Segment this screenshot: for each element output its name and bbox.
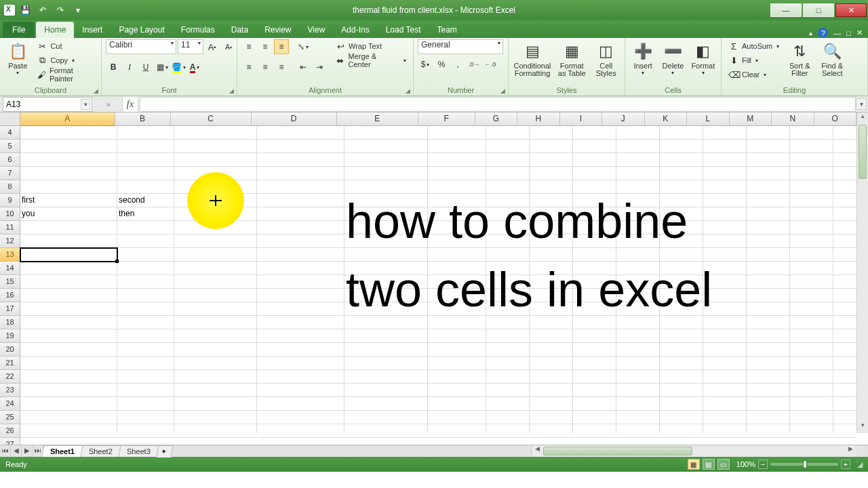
row-header-20[interactable]: 20 bbox=[0, 343, 20, 357]
row-header-9[interactable]: 9 bbox=[0, 194, 20, 207]
underline-button[interactable]: U bbox=[138, 60, 153, 75]
row-header-24[interactable]: 24 bbox=[0, 397, 20, 411]
cells-area[interactable]: firstsecondyouthenhow to combinetwo cell… bbox=[20, 126, 856, 433]
hscroll-thumb[interactable] bbox=[543, 447, 692, 455]
sort-filter-button[interactable]: ⇅Sort & Filter bbox=[785, 39, 814, 77]
zoom-out-button[interactable]: − bbox=[758, 460, 768, 469]
maximize-button[interactable]: □ bbox=[803, 3, 834, 17]
zoom-level[interactable]: 100% bbox=[736, 460, 755, 468]
comma-button[interactable]: , bbox=[450, 57, 465, 72]
accounting-button[interactable]: $ bbox=[418, 57, 433, 72]
cell-A9[interactable]: first bbox=[20, 194, 117, 207]
select-all-button[interactable] bbox=[0, 113, 20, 126]
copy-button[interactable]: ⧉Copy▾ bbox=[34, 54, 97, 67]
qat-save-button[interactable]: 💾 bbox=[18, 3, 33, 18]
close-button[interactable]: ✕ bbox=[835, 3, 867, 17]
row-header-5[interactable]: 5 bbox=[0, 140, 20, 153]
paste-button[interactable]: 📋 Paste ▾ bbox=[4, 39, 31, 76]
row-header-25[interactable]: 25 bbox=[0, 411, 20, 424]
align-bottom-button[interactable]: ≡ bbox=[274, 39, 289, 54]
col-header-K[interactable]: K bbox=[645, 113, 687, 126]
row-header-14[interactable]: 14 bbox=[0, 262, 20, 275]
horizontal-scrollbar[interactable]: ◀ ▶ bbox=[531, 445, 856, 457]
doc-restore-icon[interactable]: □ bbox=[846, 29, 851, 37]
col-header-E[interactable]: E bbox=[337, 113, 418, 126]
increase-indent-button[interactable]: ⇥ bbox=[312, 60, 327, 75]
cell-styles-button[interactable]: ◫Cell Styles bbox=[591, 39, 620, 77]
font-size-select[interactable]: 11▾ bbox=[178, 39, 203, 54]
font-name-select[interactable]: Calibri▾ bbox=[106, 39, 176, 54]
col-header-C[interactable]: C bbox=[171, 113, 252, 126]
conditional-formatting-button[interactable]: ▤Conditional Formatting bbox=[513, 39, 552, 77]
font-launcher[interactable]: ◢ bbox=[229, 87, 234, 94]
row-header-22[interactable]: 22 bbox=[0, 370, 20, 384]
increase-decimal-button[interactable]: .0→ bbox=[467, 57, 481, 72]
bold-button[interactable]: B bbox=[106, 60, 121, 75]
tab-formulas[interactable]: Formulas bbox=[173, 22, 223, 38]
format-cells-button[interactable]: ◧Format▾ bbox=[690, 39, 717, 76]
row-header-8[interactable]: 8 bbox=[0, 180, 20, 194]
col-header-O[interactable]: O bbox=[814, 113, 856, 126]
sheet-nav-prev[interactable]: ◀ bbox=[11, 445, 22, 457]
row-header-11[interactable]: 11 bbox=[0, 221, 20, 235]
ribbon-minimize-icon[interactable]: ▴ bbox=[809, 29, 812, 37]
cell-B10[interactable]: then bbox=[117, 207, 174, 221]
col-header-J[interactable]: J bbox=[602, 113, 644, 126]
row-header-13[interactable]: 13 bbox=[0, 248, 20, 262]
decrease-decimal-button[interactable]: ←.0 bbox=[483, 57, 498, 72]
view-page-break-button[interactable]: ▭ bbox=[717, 459, 730, 470]
col-header-M[interactable]: M bbox=[730, 113, 772, 126]
delete-cells-button[interactable]: ➖Delete▾ bbox=[659, 39, 686, 76]
zoom-slider[interactable] bbox=[770, 463, 838, 466]
tab-view[interactable]: View bbox=[300, 22, 334, 38]
format-painter-button[interactable]: 🖌Format Painter bbox=[34, 68, 97, 81]
decrease-indent-button[interactable]: ⇤ bbox=[296, 60, 311, 75]
fill-color-button[interactable]: 🪣 bbox=[171, 60, 186, 75]
align-center-button[interactable]: ≡ bbox=[258, 60, 273, 75]
fill-handle[interactable] bbox=[115, 260, 119, 263]
col-header-G[interactable]: G bbox=[475, 113, 517, 126]
formula-expand-button[interactable]: ▾ bbox=[856, 98, 867, 110]
doc-close-icon[interactable]: ✕ bbox=[856, 28, 863, 37]
row-header-7[interactable]: 7 bbox=[0, 167, 20, 180]
tab-addins[interactable]: Add-Ins bbox=[333, 22, 377, 38]
view-normal-button[interactable]: ▦ bbox=[688, 459, 700, 470]
orientation-button[interactable]: ⤡ bbox=[296, 39, 311, 54]
align-right-button[interactable]: ≡ bbox=[274, 60, 289, 75]
row-header-17[interactable]: 17 bbox=[0, 302, 20, 316]
col-header-D[interactable]: D bbox=[252, 113, 337, 126]
qat-redo-button[interactable]: ↷ bbox=[53, 3, 68, 18]
row-header-6[interactable]: 6 bbox=[0, 153, 20, 167]
increase-font-button[interactable]: A▴ bbox=[205, 39, 220, 54]
alignment-launcher[interactable]: ◢ bbox=[406, 87, 410, 94]
fx-button[interactable]: fx bbox=[122, 97, 138, 112]
col-header-I[interactable]: I bbox=[560, 113, 602, 126]
tab-review[interactable]: Review bbox=[256, 22, 299, 38]
doc-minimize-icon[interactable]: — bbox=[833, 29, 841, 37]
row-headers[interactable]: 4567891011121314151617181920212223242526… bbox=[0, 126, 20, 433]
cell-B9[interactable]: second bbox=[117, 194, 174, 207]
qat-customize-button[interactable]: ▾ bbox=[71, 3, 85, 18]
row-header-4[interactable]: 4 bbox=[0, 126, 20, 140]
col-header-H[interactable]: H bbox=[517, 113, 559, 126]
merge-center-button[interactable]: ⬌Merge & Center▾ bbox=[332, 54, 409, 67]
fill-button[interactable]: ⬇Fill▾ bbox=[726, 54, 782, 67]
cut-button[interactable]: ✂Cut bbox=[34, 39, 97, 53]
row-header-21[interactable]: 21 bbox=[0, 357, 20, 370]
row-header-19[interactable]: 19 bbox=[0, 329, 20, 343]
border-button[interactable]: ▦ bbox=[155, 60, 170, 75]
col-header-B[interactable]: B bbox=[115, 113, 171, 126]
tab-insert[interactable]: Insert bbox=[74, 22, 111, 38]
percent-button[interactable]: % bbox=[434, 57, 449, 72]
format-as-table-button[interactable]: ▦Format as Table bbox=[555, 39, 589, 77]
cell-A10[interactable]: you bbox=[20, 207, 117, 221]
sheet-nav-buttons[interactable]: ⏮ ◀ ▶ ⏭ bbox=[0, 445, 43, 457]
sheet-nav-first[interactable]: ⏮ bbox=[0, 445, 11, 457]
tab-file[interactable]: File bbox=[3, 22, 35, 38]
tab-data[interactable]: Data bbox=[223, 22, 256, 38]
row-header-10[interactable]: 10 bbox=[0, 207, 20, 221]
row-header-23[interactable]: 23 bbox=[0, 384, 20, 397]
find-select-button[interactable]: 🔍Find & Select bbox=[817, 39, 847, 77]
sheet-nav-next[interactable]: ▶ bbox=[22, 445, 33, 457]
hscroll-right[interactable]: ▶ bbox=[845, 445, 856, 457]
